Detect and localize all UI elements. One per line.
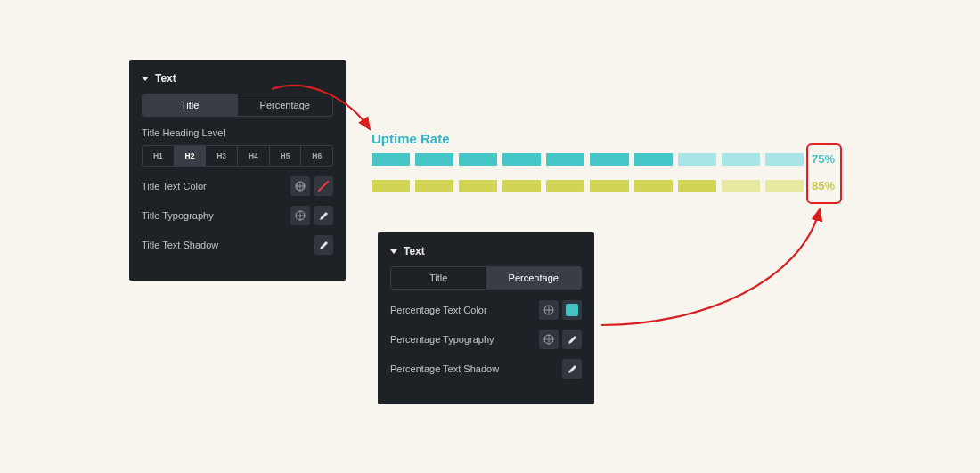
caret-down-icon [142, 77, 149, 81]
label-percentage-text-shadow: Percentage Text Shadow [390, 363, 499, 374]
percentage-value-2: 85% [812, 179, 835, 192]
global-icon[interactable] [539, 300, 559, 320]
label-title-text-color: Title Text Color [142, 181, 207, 192]
row-title-text-color: Title Text Color [142, 176, 333, 196]
tab-group: Title Percentage [390, 266, 582, 290]
color-picker-button[interactable] [562, 300, 582, 320]
label-title-typography: Title Typography [142, 210, 214, 221]
global-icon[interactable] [290, 206, 310, 225]
tab-percentage[interactable]: Percentage [486, 267, 582, 289]
label-percentage-text-color: Percentage Text Color [390, 305, 487, 315]
section-title: Text [155, 72, 176, 85]
global-icon[interactable] [290, 176, 310, 196]
edit-button[interactable] [562, 330, 582, 349]
heading-level-label: Title Heading Level [142, 127, 333, 138]
preview-title: Uptime Rate [372, 131, 450, 146]
h1-button[interactable]: H1 [143, 146, 175, 166]
edit-button[interactable] [314, 235, 333, 255]
global-icon[interactable] [539, 330, 559, 349]
color-picker-button[interactable] [314, 176, 333, 196]
row-percentage-typography: Percentage Typography [390, 330, 582, 349]
h5-button[interactable]: H5 [270, 146, 302, 166]
progress-bar-1 [372, 153, 804, 166]
section-title: Text [404, 245, 425, 257]
style-panel-percentage: Text Title Percentage Percentage Text Co… [378, 232, 594, 404]
heading-level-buttons: H1 H2 H3 H4 H5 H6 [142, 145, 333, 167]
h3-button[interactable]: H3 [206, 146, 238, 166]
row-percentage-text-color: Percentage Text Color [390, 300, 582, 320]
no-color-icon [318, 181, 330, 192]
tab-title[interactable]: Title [391, 267, 486, 289]
row-title-typography: Title Typography [142, 206, 333, 225]
percentage-value-1: 75% [812, 152, 835, 166]
progress-bar-2 [372, 180, 804, 192]
h2-button[interactable]: H2 [175, 146, 207, 166]
label-title-text-shadow: Title Text Shadow [142, 240, 218, 250]
h6-button[interactable]: H6 [301, 146, 332, 166]
caret-down-icon [390, 249, 397, 254]
color-swatch-icon [566, 304, 578, 316]
tab-group: Title Percentage [142, 94, 333, 117]
tab-percentage[interactable]: Percentage [238, 94, 333, 116]
edit-button[interactable] [562, 359, 582, 379]
style-panel-title: Text Title Percentage Title Heading Leve… [129, 60, 346, 281]
annotation-arrow-2 [597, 200, 837, 334]
tab-title[interactable]: Title [143, 94, 238, 116]
label-percentage-typography: Percentage Typography [390, 334, 494, 345]
edit-button[interactable] [314, 206, 333, 225]
section-header[interactable]: Text [142, 72, 333, 85]
h4-button[interactable]: H4 [238, 146, 270, 166]
row-title-text-shadow: Title Text Shadow [142, 235, 333, 255]
row-percentage-text-shadow: Percentage Text Shadow [390, 359, 582, 379]
section-header[interactable]: Text [390, 245, 582, 257]
